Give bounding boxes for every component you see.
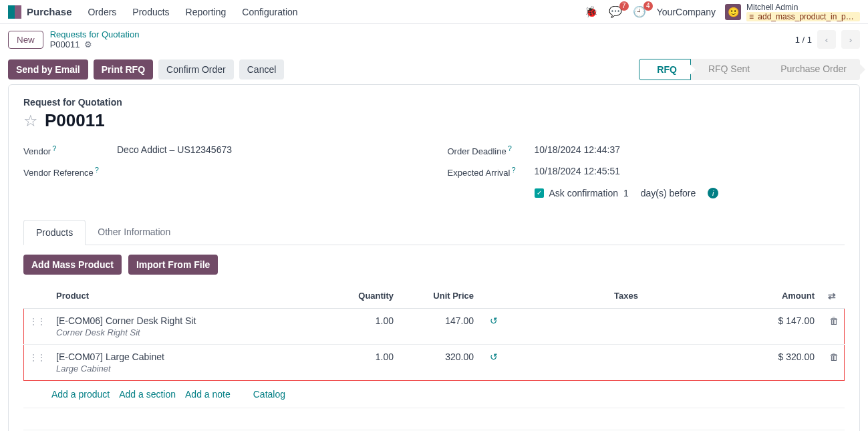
- new-button[interactable]: New: [8, 31, 43, 49]
- top-nav: Purchase Orders Products Reporting Confi…: [0, 0, 868, 24]
- col-taxes: Taxes: [506, 284, 746, 309]
- record-title: P00011: [45, 110, 105, 131]
- user-menu[interactable]: Mitchell Admin ≡ add_mass_product_in_pur…: [746, 3, 860, 21]
- help-icon[interactable]: ?: [52, 144, 56, 152]
- help-icon[interactable]: ?: [95, 166, 99, 174]
- line-price[interactable]: 320.00: [399, 344, 479, 380]
- line-qty[interactable]: 1.00: [332, 344, 399, 380]
- expected-value[interactable]: 10/18/2024 12:45:51: [535, 166, 620, 176]
- nav-configuration[interactable]: Configuration: [242, 7, 297, 17]
- print-rfq-button[interactable]: Print RFQ: [94, 59, 153, 80]
- nav-orders[interactable]: Orders: [88, 7, 117, 17]
- order-lines-table: Product Quantity Unit Price Taxes Amount…: [23, 284, 845, 381]
- drag-handle-icon[interactable]: ⋮⋮: [29, 353, 45, 362]
- info-icon[interactable]: i: [708, 188, 718, 198]
- line-taxes[interactable]: [506, 344, 746, 380]
- vendor-label: Vendor?: [23, 144, 117, 156]
- line-taxes[interactable]: [506, 308, 746, 344]
- breadcrumb-current: P00011: [50, 39, 80, 49]
- send-email-button[interactable]: Send by Email: [8, 59, 88, 80]
- company-switcher[interactable]: YourCompany: [657, 7, 716, 17]
- tab-products[interactable]: Products: [23, 220, 86, 245]
- col-product: Product: [51, 284, 332, 309]
- ask-confirmation-label: Ask confirmation: [549, 188, 618, 198]
- debug-icon[interactable]: 🐞: [585, 5, 598, 18]
- col-unit-price: Unit Price: [399, 284, 479, 309]
- delete-line-icon[interactable]: 🗑: [829, 351, 839, 362]
- column-options-icon[interactable]: ⇄: [828, 291, 836, 301]
- control-row: New Requests for Quotation P00011 ⚙ 1 / …: [0, 24, 868, 55]
- col-quantity: Quantity: [332, 284, 399, 309]
- activities-icon[interactable]: 🕘4: [633, 5, 646, 18]
- table-row[interactable]: ⋮⋮ [E-COM06] Corner Desk Right Sit Corne…: [24, 308, 845, 344]
- line-amount: $ 147.00: [746, 308, 820, 344]
- drag-handle-icon[interactable]: ⋮⋮: [29, 317, 45, 326]
- nav-reporting[interactable]: Reporting: [186, 7, 227, 17]
- add-note-link[interactable]: Add a note: [185, 389, 231, 400]
- line-product[interactable]: [E-COM06] Corner Desk Right Sit: [56, 315, 327, 326]
- line-qty[interactable]: 1.00: [332, 308, 399, 344]
- tabs: Products Other Information: [23, 220, 845, 245]
- breadcrumb-parent[interactable]: Requests for Quotation: [50, 29, 140, 39]
- status-rfq-sent[interactable]: RFQ Sent: [691, 59, 763, 80]
- ask-confirmation-days[interactable]: 1: [623, 188, 629, 198]
- app-title[interactable]: Purchase: [27, 6, 72, 17]
- deadline-label: Order Deadline?: [448, 144, 535, 156]
- app-logo[interactable]: [8, 5, 21, 19]
- status-purchase-order[interactable]: Purchase Order: [763, 59, 860, 80]
- add-product-link[interactable]: Add a product: [51, 389, 110, 400]
- cancel-button[interactable]: Cancel: [239, 59, 285, 80]
- add-mass-product-button[interactable]: Add Mass Product: [23, 255, 122, 275]
- action-bar: Send by Email Print RFQ Confirm Order Ca…: [0, 55, 868, 84]
- expected-label: Expected Arrival?: [448, 166, 535, 178]
- user-name: Mitchell Admin: [746, 3, 860, 12]
- delete-line-icon[interactable]: 🗑: [829, 315, 839, 326]
- vendor-ref-label: Vendor Reference?: [23, 166, 117, 178]
- table-row[interactable]: ⋮⋮ [E-COM07] Large Cabinet Large Cabinet…: [24, 344, 845, 380]
- reset-price-icon[interactable]: ↺: [490, 351, 498, 362]
- line-description: Corner Desk Right Sit: [56, 327, 327, 337]
- messages-icon[interactable]: 💬7: [609, 5, 622, 18]
- breadcrumb: Requests for Quotation P00011 ⚙: [50, 29, 140, 49]
- nav-products[interactable]: Products: [132, 7, 169, 17]
- status-rfq[interactable]: RFQ: [639, 59, 691, 80]
- deadline-value[interactable]: 10/18/2024 12:44:37: [535, 144, 620, 155]
- priority-star-icon[interactable]: ☆: [23, 112, 38, 130]
- form-heading: Request for Quotation: [23, 97, 845, 108]
- vendor-value[interactable]: Deco Addict – US12345673: [117, 144, 232, 155]
- activities-badge: 4: [643, 1, 653, 11]
- line-product[interactable]: [E-COM07] Large Cabinet: [56, 351, 327, 362]
- messages-badge: 7: [619, 1, 629, 11]
- col-amount: Amount: [746, 284, 820, 309]
- help-icon[interactable]: ?: [508, 144, 512, 152]
- help-icon[interactable]: ?: [511, 166, 515, 174]
- db-name: ≡ add_mass_product_in_purc…: [746, 12, 860, 21]
- avatar[interactable]: 🙂: [725, 4, 741, 20]
- line-amount: $ 320.00: [746, 344, 820, 380]
- line-price[interactable]: 147.00: [399, 308, 479, 344]
- tab-other-info[interactable]: Other Information: [86, 220, 182, 245]
- line-description: Large Cabinet: [56, 364, 327, 374]
- confirm-order-button[interactable]: Confirm Order: [158, 59, 234, 80]
- import-from-file-button[interactable]: Import From File: [128, 255, 218, 275]
- catalog-link[interactable]: Catalog: [253, 389, 285, 400]
- pager-prev-button[interactable]: ‹: [817, 30, 836, 49]
- pager-next-button[interactable]: ›: [841, 30, 860, 49]
- reset-price-icon[interactable]: ↺: [490, 315, 498, 326]
- pager-count: 1 / 1: [795, 35, 812, 45]
- status-pipeline: RFQ RFQ Sent Purchase Order: [639, 59, 860, 80]
- settings-gear-icon[interactable]: ⚙: [84, 39, 92, 49]
- pager: 1 / 1 ‹ ›: [795, 30, 860, 49]
- add-section-link[interactable]: Add a section: [119, 389, 176, 400]
- form-card: Request for Quotation ☆ P00011 Vendor? D…: [8, 84, 860, 431]
- ask-confirmation-checkbox[interactable]: ✓: [535, 188, 544, 198]
- days-before-label: day(s) before: [641, 188, 696, 198]
